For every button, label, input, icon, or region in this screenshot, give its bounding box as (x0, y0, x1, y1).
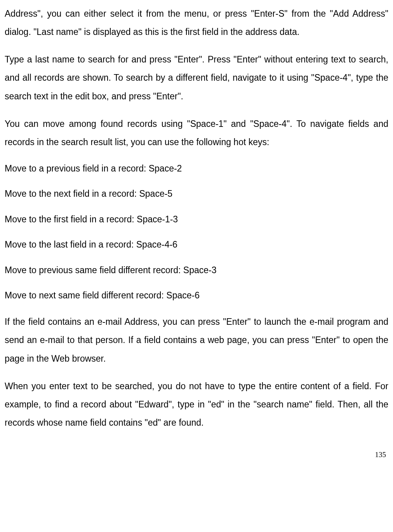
hotkey-last-field: Move to the last field in a record: Spac… (5, 237, 388, 253)
hotkey-prev-field: Move to a previous field in a record: Sp… (5, 161, 388, 177)
hotkey-next-field: Move to the next field in a record: Spac… (5, 186, 388, 202)
hotkey-next-record: Move to next same field different record… (5, 288, 388, 303)
hotkey-prev-record: Move to previous same field different re… (5, 262, 388, 278)
body-paragraph-1: Address", you can either select it from … (5, 5, 388, 41)
body-paragraph-5: When you enter text to be searched, you … (5, 377, 388, 432)
page-number: 135 (5, 447, 388, 463)
hotkey-first-field: Move to the first field in a record: Spa… (5, 211, 388, 227)
body-paragraph-2: Type a last name to search for and press… (5, 50, 388, 105)
body-paragraph-3: You can move among found records using "… (5, 115, 388, 151)
body-paragraph-4: If the field contains an e-mail Address,… (5, 313, 388, 367)
